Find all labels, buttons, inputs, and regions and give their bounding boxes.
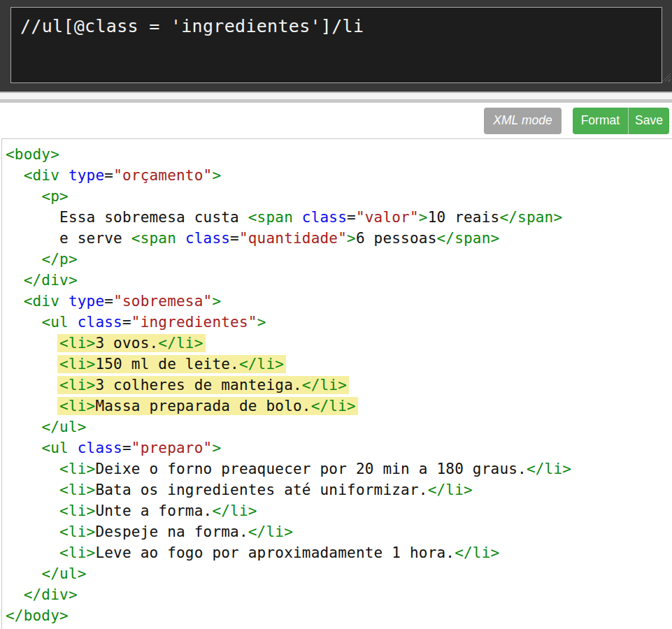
code-line: <li>Unte a forma.</li> [6,500,672,521]
code-token-tag: </li> [311,398,356,414]
code-token-tag: > [257,314,266,331]
code-token-tag: </li> [212,503,257,519]
code-token-val: "ingredientes" [131,314,257,331]
code-line: <li>Despeje na forma.</li> [6,521,672,542]
code-token-text: Leve ao fogo por aproximadamente 1 hora. [95,544,455,561]
code-token-text: 150 ml de leite. [95,356,239,373]
code-line: </body> [6,605,672,626]
format-button[interactable]: Format [573,108,628,134]
code-token-eq: = [122,314,131,331]
code-line: <li>Bata os ingredientes até uniformizar… [6,479,672,500]
xpath-match-highlight: <li>Massa preparada de bolo.</li> [57,397,358,415]
xml-mode-button[interactable]: XML mode [484,108,561,134]
code-line: <ul class="ingredientes"> [6,312,672,333]
code-token-attr: class [185,230,230,247]
code-line: </div> [6,270,672,291]
code-token-eq: = [347,209,356,226]
code-token-tag: <li> [59,503,95,519]
format-save-button-group: Format Save [573,108,669,134]
code-line: <li>Massa preparada de bolo.</li> [6,396,672,417]
code-token-tag: <li> [59,482,95,498]
code-line: </ul> [6,417,672,438]
code-line: <li>Deixe o forno preaquecer por 20 min … [6,458,672,479]
xpath-query-panel: //ul[@class = 'ingredientes']/li [0,0,672,93]
code-token-tag: </body> [6,607,69,624]
code-token-text: Bata os ingredientes até uniformizar. [95,482,427,498]
code-token-tag: > [347,230,356,247]
code-token-tag: <span [248,209,302,226]
code-token-tag: <li> [59,377,95,393]
save-button[interactable]: Save [628,108,669,134]
main-panel: XML mode Format Save <body> <div type="o… [0,99,672,629]
code-token-text: 10 reais [428,209,500,226]
code-token-tag: <body> [6,146,59,163]
code-token-tag: <p> [41,188,69,205]
code-token-tag: </li> [455,544,499,561]
code-token-attr: class [78,314,122,331]
code-token-val: "preparo" [131,440,213,456]
code-token-tag: </ul> [41,565,86,582]
code-token-text: Unte a forma. [95,503,212,519]
code-line: e serve <span class="quantidade">6 pesso… [6,228,672,249]
code-token-text: Massa preparada de bolo. [95,398,310,414]
code-token-text: Despeje na forma. [95,523,248,540]
code-token-tag: > [419,209,428,226]
code-line: <p> [6,186,672,207]
xpath-match-highlight: <li>150 ml de leite.</li> [57,355,286,373]
code-token-text: 6 pessoas [356,230,437,247]
code-token-tag: <ul [41,314,77,331]
xpath-match-highlight: <li>3 ovos.</li> [57,334,206,352]
code-token-text: 3 colheres de manteiga. [95,377,301,393]
xpath-match-highlight: <li>3 colheres de manteiga.</li> [57,376,349,394]
xpath-query-input[interactable]: //ul[@class = 'ingredientes']/li [10,7,662,83]
code-line: <li>150 ml de leite.</li> [6,354,672,375]
code-token-tag: <li> [59,398,95,414]
code-token-tag: <li> [59,335,95,352]
code-token-eq: = [104,167,113,184]
code-token-tag: <li> [59,461,95,477]
code-token-tag: </li> [302,377,347,393]
code-token-attr: type [69,167,104,184]
code-token-tag: > [212,293,221,310]
code-token-tag: <li> [59,523,95,540]
code-line: </p> [6,249,672,270]
code-token-tag: <li> [59,544,95,561]
panel-divider [0,93,672,99]
code-token-val: "valor" [356,209,419,226]
code-token-tag: </ul> [41,419,86,435]
code-token-tag: <li> [59,356,95,373]
code-token-tag: </div> [24,586,78,603]
code-token-tag: </li> [158,335,203,352]
code-token-eq: = [122,440,131,456]
code-token-attr: type [69,293,104,310]
toolbar: XML mode Format Save [0,103,672,138]
code-token-tag: </li> [428,482,473,498]
code-token-text: 3 ovos. [95,335,158,352]
code-token-tag: </li> [239,356,284,373]
code-token-eq: = [104,293,113,310]
code-token-text: Essa sobremesa custa [59,209,248,226]
code-token-val: "sobremesa" [113,293,212,310]
code-token-tag: </div> [24,272,78,289]
code-token-tag: </li> [527,461,571,477]
code-token-tag: > [212,440,221,456]
code-token-tag: </li> [248,523,293,540]
code-token-attr: class [302,209,347,226]
code-token-eq: = [230,230,239,247]
code-line: </div> [6,584,672,605]
code-line: <div type="sobremesa"> [6,291,672,312]
code-token-tag: </span> [437,230,500,247]
code-line: <li>3 ovos.</li> [6,333,672,354]
code-token-tag: <ul [41,440,77,456]
code-token-val: "orçamento" [113,167,212,184]
code-line: <li>Leve ao fogo por aproximadamente 1 h… [6,542,672,563]
code-token-tag: </span> [499,209,562,226]
code-line: <div type="orçamento"> [6,165,672,186]
code-token-text: Deixe o forno preaquecer por 20 min a 18… [95,461,526,477]
code-line: <li>3 colheres de manteiga.</li> [6,375,672,396]
code-token-tag: <span [131,230,185,247]
code-token-tag: > [212,167,221,184]
code-line: <body> [6,144,672,165]
code-line: <ul class="preparo"> [6,438,672,458]
code-token-attr: class [78,440,122,456]
